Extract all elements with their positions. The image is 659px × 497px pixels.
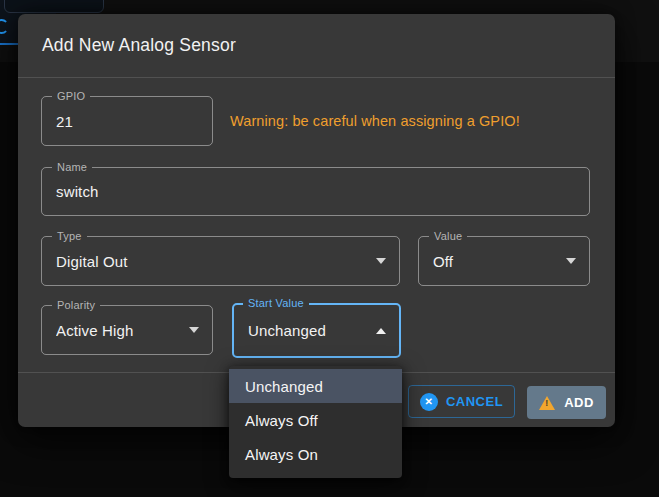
- start-value-select-value: Unchanged: [248, 305, 369, 356]
- polarity-select-value: Active High: [56, 306, 182, 354]
- value-select[interactable]: Value Off: [418, 236, 590, 286]
- chevron-down-icon: [189, 327, 199, 333]
- add-button[interactable]: ! ADD: [527, 386, 606, 419]
- chevron-down-icon: [566, 258, 576, 264]
- menu-item-unchanged[interactable]: Unchanged: [229, 369, 402, 403]
- name-field-value: switch: [56, 168, 559, 215]
- polarity-select[interactable]: Polarity Active High: [41, 305, 213, 355]
- gpio-field-value: 21: [56, 97, 182, 145]
- close-circle-icon: ✕: [420, 393, 438, 411]
- value-select-value: Off: [433, 237, 559, 285]
- chevron-down-icon: [376, 258, 386, 264]
- dialog-title: Add New Analog Sensor: [42, 14, 591, 77]
- type-select-value: Digital Out: [56, 237, 369, 285]
- start-value-select[interactable]: Start Value Unchanged: [232, 303, 401, 358]
- title-divider: [18, 77, 615, 78]
- start-value-menu: Unchanged Always Off Always On: [229, 366, 402, 478]
- type-select[interactable]: Type Digital Out: [41, 236, 400, 286]
- add-button-label: ADD: [564, 395, 594, 410]
- menu-item-always-on[interactable]: Always On: [229, 437, 402, 471]
- gpio-field[interactable]: GPIO 21: [41, 96, 213, 146]
- name-field[interactable]: Name switch: [41, 167, 590, 216]
- cancel-button[interactable]: ✕ CANCEL: [408, 385, 515, 418]
- cancel-button-label: CANCEL: [446, 394, 503, 409]
- warning-triangle-icon: !: [539, 396, 555, 410]
- chevron-up-icon: [376, 328, 386, 334]
- menu-item-always-off[interactable]: Always Off: [229, 403, 402, 437]
- background-top-button[interactable]: [4, 0, 104, 13]
- gpio-warning-text: Warning: be careful when assigning a GPI…: [230, 96, 605, 146]
- screen: Add New Analog Sensor GPIO 21 Warning: b…: [0, 0, 659, 497]
